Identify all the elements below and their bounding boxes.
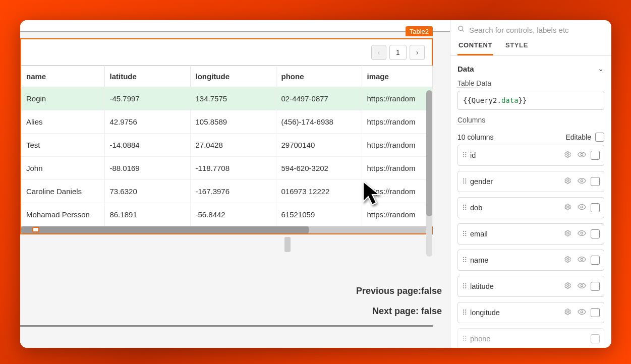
- vertical-scroll-thumb[interactable]: [426, 90, 432, 216]
- gear-icon[interactable]: [562, 282, 572, 291]
- cell-latitude: 42.9756: [104, 110, 190, 134]
- cell-image: https://random: [362, 87, 432, 110]
- svg-line-1: [462, 30, 464, 31]
- widget-name-badge[interactable]: Table2: [406, 26, 433, 36]
- table-widget[interactable]: ‹ 1 › name latitude longitude phone: [20, 38, 433, 234]
- gear-icon[interactable]: [562, 177, 572, 187]
- cell-longitude: 105.8589: [190, 110, 276, 134]
- eye-icon[interactable]: [577, 255, 587, 266]
- svg-point-2: [566, 153, 568, 155]
- table-row[interactable]: Caroline Daniels 73.6320 -167.3976 01697…: [21, 180, 432, 203]
- data-table: name latitude longitude phone image Rogi…: [21, 66, 433, 226]
- eye-icon[interactable]: [577, 308, 587, 318]
- column-checkbox[interactable]: [591, 334, 600, 343]
- editable-checkbox[interactable]: [595, 133, 604, 142]
- gear-icon[interactable]: [562, 229, 572, 239]
- svg-point-11: [581, 258, 583, 260]
- panel-resize-handle[interactable]: [284, 237, 291, 252]
- cell-image: https://random: [362, 180, 432, 203]
- page-number-input[interactable]: 1: [389, 45, 407, 60]
- cell-image: https://random: [362, 157, 432, 180]
- table-row[interactable]: Test -14.0884 27.0428 29700140 https://r…: [21, 134, 432, 157]
- cell-image: https://random: [362, 203, 432, 226]
- gear-icon[interactable]: [562, 256, 572, 265]
- column-item-name[interactable]: ⠿ name: [457, 250, 604, 271]
- column-item-longitude[interactable]: ⠿ longitude: [457, 302, 604, 323]
- svg-point-13: [581, 284, 583, 286]
- eye-icon[interactable]: [577, 229, 587, 239]
- drag-handle-icon[interactable]: ⠿: [462, 151, 466, 159]
- table-row[interactable]: John -88.0169 -118.7708 594-620-3202 htt…: [21, 157, 432, 180]
- column-checkbox[interactable]: [591, 177, 600, 186]
- gear-icon[interactable]: [562, 151, 572, 160]
- column-header-longitude[interactable]: longitude: [190, 66, 276, 87]
- column-checkbox[interactable]: [591, 151, 600, 160]
- column-checkbox[interactable]: [591, 256, 600, 265]
- table-widget-wrap: Table2 ‹ 1 › name latitude: [20, 38, 433, 234]
- cell-latitude: -45.7997: [104, 87, 190, 110]
- cell-name: Mohamad Persson: [21, 203, 104, 226]
- drag-handle-icon[interactable]: ⠿: [462, 230, 466, 238]
- expr-open: {{: [463, 96, 472, 104]
- column-name: longitude: [470, 309, 558, 317]
- eye-icon[interactable]: [577, 176, 587, 187]
- svg-point-8: [566, 232, 568, 234]
- drag-handle-icon[interactable]: ⠿: [462, 309, 466, 317]
- table-data-input[interactable]: {{Query2.data}}: [457, 91, 604, 110]
- column-header-image[interactable]: image: [362, 66, 432, 87]
- column-checkbox[interactable]: [591, 203, 600, 212]
- cell-name: John: [21, 157, 104, 180]
- eye-icon[interactable]: [577, 281, 587, 292]
- next-page-status: Next page: false: [37, 301, 442, 322]
- column-item-latitude[interactable]: ⠿ latitude: [457, 276, 604, 297]
- canvas-top-divider: [20, 20, 450, 32]
- column-header-name[interactable]: name: [21, 66, 104, 87]
- table-row[interactable]: Alies 42.9756 105.8589 (456)-174-6938 ht…: [21, 110, 432, 134]
- canvas-area: Table2 ‹ 1 › name latitude: [20, 20, 450, 348]
- column-checkbox[interactable]: [591, 229, 600, 238]
- search-row: [450, 20, 611, 37]
- vertical-scrollbar[interactable]: [426, 90, 432, 257]
- column-checkbox[interactable]: [591, 308, 600, 317]
- resize-handle[interactable]: [32, 227, 39, 232]
- column-item-dob[interactable]: ⠿ dob: [457, 197, 604, 218]
- column-name: phone: [470, 335, 558, 343]
- eye-icon[interactable]: [577, 203, 587, 213]
- gear-icon[interactable]: [562, 203, 572, 213]
- drag-handle-icon[interactable]: ⠿: [462, 177, 466, 186]
- column-header-phone[interactable]: phone: [276, 66, 362, 87]
- section-header-data[interactable]: Data ⌄: [457, 61, 604, 76]
- svg-point-14: [566, 311, 568, 313]
- eye-icon[interactable]: [577, 150, 587, 161]
- column-item-phone[interactable]: ⠿ phone: [457, 328, 604, 348]
- svg-point-12: [566, 284, 568, 286]
- tab-style[interactable]: STYLE: [504, 37, 529, 55]
- columns-header: 10 columns Editable: [457, 128, 604, 145]
- page-next-button[interactable]: ›: [410, 45, 425, 60]
- cell-latitude: 73.6320: [104, 180, 190, 203]
- column-name: name: [470, 256, 558, 264]
- page-prev-button[interactable]: ‹: [371, 45, 386, 60]
- cell-name: Caroline Daniels: [21, 180, 104, 203]
- drag-handle-icon[interactable]: ⠿: [462, 204, 466, 212]
- drag-handle-icon[interactable]: ⠿: [462, 335, 466, 343]
- drag-handle-icon[interactable]: ⠿: [462, 282, 466, 290]
- cell-longitude: -56.8442: [190, 203, 276, 226]
- column-item-gender[interactable]: ⠿ gender: [457, 171, 604, 192]
- table-row[interactable]: Rogin -45.7997 134.7575 02-4497-0877 htt…: [21, 87, 432, 110]
- cell-name: Test: [21, 134, 104, 157]
- search-input[interactable]: [469, 26, 604, 34]
- property-panel: CONTENT STYLE Data ⌄ Table Data {{Query2…: [450, 20, 611, 348]
- expr-obj: Query2.: [472, 96, 501, 104]
- column-checkbox[interactable]: [591, 282, 600, 291]
- column-item-email[interactable]: ⠿ email: [457, 223, 604, 245]
- column-item-id[interactable]: ⠿ id: [457, 145, 604, 166]
- horizontal-scrollbar[interactable]: [21, 226, 432, 233]
- horizontal-scroll-thumb[interactable]: [21, 226, 309, 233]
- tab-content[interactable]: CONTENT: [457, 37, 493, 55]
- table-row[interactable]: Mohamad Persson 86.1891 -56.8442 6152105…: [21, 203, 432, 226]
- column-header-latitude[interactable]: latitude: [104, 66, 190, 87]
- cell-longitude: 134.7575: [190, 87, 276, 110]
- drag-handle-icon[interactable]: ⠿: [462, 256, 466, 264]
- gear-icon[interactable]: [562, 308, 572, 318]
